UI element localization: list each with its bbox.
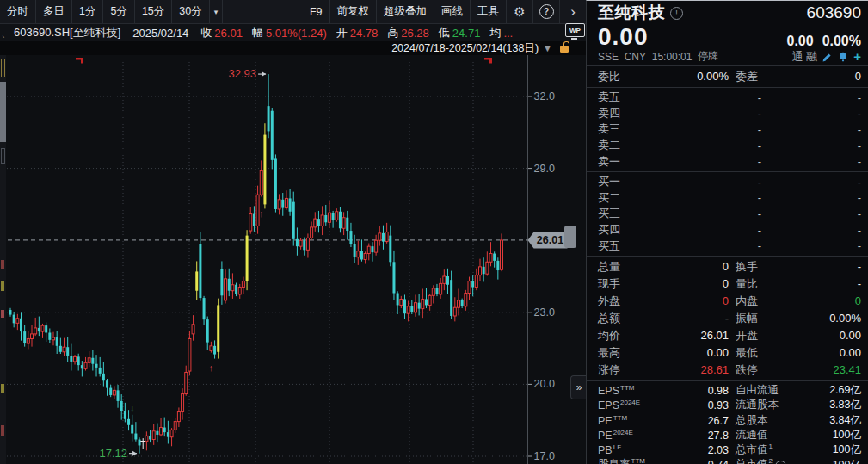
price-change-pct: 0.00% [822,34,861,49]
ask-row[interactable]: 卖四-- [587,106,868,122]
action-draw-line[interactable]: 画线 [434,0,471,23]
candle-body [450,280,452,316]
candle-body [217,305,219,351]
tab-multiday[interactable]: 多日 [36,0,72,23]
financial-row: PE2024E27.8流通值100亿 [587,428,868,442]
field-label: 低 [439,25,450,40]
candle-body [432,288,434,295]
stat-label: 总额 [598,311,620,326]
candle-body [152,431,155,440]
ask-row[interactable]: 卖一-- [587,153,868,170]
fin-label: 流通值 [736,428,768,442]
stock-code: 603690 [807,3,861,22]
candle-body [418,303,421,309]
stat-value: - [858,260,861,273]
fin-label: EPSTTM [598,384,634,397]
settings-gear-icon[interactable]: ⚙ [507,0,533,23]
candle-body [443,276,446,283]
edit-pencil-icon[interactable] [822,52,833,62]
bid-row[interactable]: 买三-- [587,206,868,222]
info-circle-icon[interactable]: ! [670,7,683,20]
panel-divider [587,380,868,381]
candle-body [235,285,237,294]
period-dropdown-caret[interactable]: ▾ [210,0,224,23]
ask-row[interactable]: 卖二-- [587,138,868,154]
candle-body [296,239,299,246]
candle-body [435,288,438,294]
candle-body [493,254,496,261]
candle-body [127,419,130,425]
date-range-link[interactable]: 2024/07/18-2025/02/14(138日) [391,41,539,56]
tab-1min[interactable]: 1分 [72,0,103,23]
panel-divider [587,87,868,88]
action-forward-adjust[interactable]: 前复权 [330,0,378,23]
ask-row[interactable]: 卖三-- [587,121,868,138]
last-price-tag-label: 26.01 [537,234,563,246]
field-label: 均 [489,25,501,40]
candle-body [203,298,206,319]
info-circle-icon[interactable]: ! [775,461,786,464]
quote-field-2: 开24.78 [336,25,379,40]
quote-time: 15:00:01 [652,51,693,63]
add-to-watchlist-icon[interactable]: + [853,52,861,62]
toolbar-more-chevron[interactable]: › [560,0,586,23]
wp-monitor-icon[interactable]: WP [565,23,585,37]
ask-row[interactable]: 卖五-- [587,90,868,106]
action-f9[interactable]: F9 [303,0,330,23]
quote-field-4: 低24.71 [439,25,481,40]
candle-body [253,214,255,226]
session-date: 2025/02/14 [132,27,188,40]
fin-value: 100亿 [833,428,861,442]
stat-value: 26.01 [700,329,729,342]
action-super-overlay[interactable]: 超级叠加 [377,0,434,23]
candle-body [317,219,320,226]
candle-body [379,233,381,240]
fin-value: 0.98 [708,385,729,397]
fin-value: 2.03 [708,444,729,456]
level-volume: - [761,239,861,252]
level-volume: - [761,176,861,189]
stat-label: 最高 [598,345,620,361]
exchange-label: SSE [598,51,619,63]
bid-row[interactable]: 买四-- [587,222,868,238]
signal-arrow-up: ↑ [259,208,264,219]
action-tools[interactable]: 工具 [471,0,507,23]
unlock-icon[interactable] [560,46,569,53]
stat-row: 最高0.00最低0.00 [587,344,868,362]
candle-body [38,328,40,331]
candlestick-chart[interactable]: 32.029.023.020.017.032.9317.1226.01↓↑↑ [0,55,586,464]
level-label: 卖二 [598,138,632,153]
tab-5min[interactable]: 5分 [103,0,134,23]
stat-row: 现手0量比- [587,275,868,293]
panel-expander[interactable]: » [570,375,587,399]
candle-body [149,436,151,439]
fin-value: 2.69亿 [829,383,861,398]
splitter-drag-handle[interactable] [564,226,576,248]
level-price: - [632,91,761,104]
stat-value: 0 [855,294,861,307]
fin-label: PETTM [598,414,627,427]
tab-intraday[interactable]: 分时 [0,0,36,23]
level-label: 卖五 [598,90,632,105]
tab-30min[interactable]: 30分 [172,0,209,23]
stock-name: 至纯科技 [598,2,665,24]
alert-bell-icon[interactable] [838,52,848,62]
panel-divider [587,65,868,66]
bid-row[interactable]: 买一-- [587,174,868,190]
bid-row[interactable]: 买五-- [587,238,868,254]
candle-body [360,251,363,260]
weicha-value: 0 [855,70,861,83]
tab-15min[interactable]: 15分 [135,0,172,23]
bid-row[interactable]: 买二-- [587,190,868,207]
candle-body [321,215,323,226]
field-label: 幅 [252,25,263,40]
help-icon[interactable]: ? [533,0,560,23]
candle-body [220,269,223,296]
candle-body [489,254,492,263]
candle-body [332,213,335,220]
symbol-label[interactable]: 603690.SH[至纯科技] [14,25,120,40]
candle-body [131,425,133,434]
range-dropdown-caret[interactable]: ▼ [543,43,552,53]
level-label: 买三 [598,206,632,221]
candle-body [299,240,302,246]
